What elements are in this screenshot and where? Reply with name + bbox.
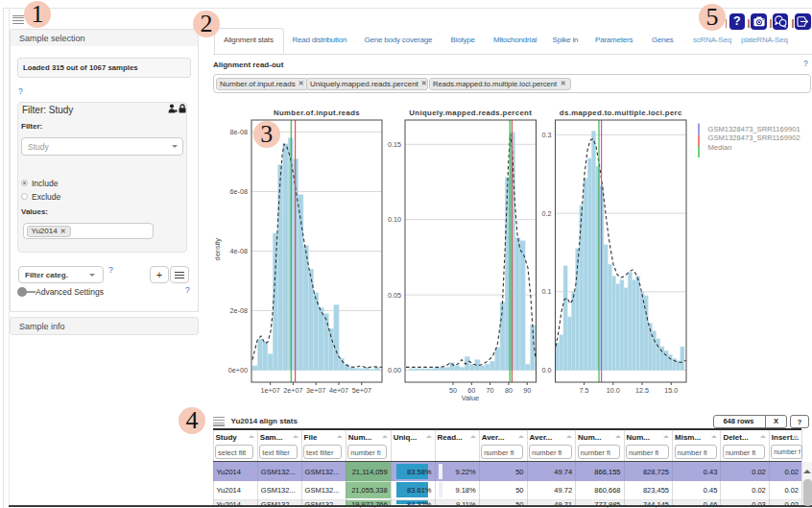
svg-text:Median: Median	[708, 143, 732, 152]
svg-text:0.1: 0.1	[542, 287, 552, 296]
svg-text:70: 70	[487, 386, 494, 395]
svg-text:2e-08: 2e-08	[230, 306, 248, 315]
svg-text:ds.mapped.to.multiple.loci.per: ds.mapped.to.multiple.loci.perc	[560, 109, 682, 117]
svg-text:GSM1328473_SRR1169902: GSM1328473_SRR1169902	[708, 133, 800, 142]
svg-text:0.05: 0.05	[388, 291, 401, 300]
svg-text:12.5: 12.5	[635, 386, 649, 395]
svg-text:6e-08: 6e-08	[230, 187, 248, 196]
svg-text:0.2: 0.2	[542, 209, 552, 218]
svg-text:Number.of.input.reads: Number.of.input.reads	[274, 109, 360, 117]
svg-text:Uniquely.mapped.reads.percent: Uniquely.mapped.reads.percent	[409, 109, 532, 117]
svg-text:0e+00: 0e+00	[228, 366, 248, 375]
svg-text:GSM1328473_SRR1169901: GSM1328473_SRR1169901	[708, 125, 800, 133]
svg-text:Value: Value	[462, 394, 479, 401]
svg-text:4e-08: 4e-08	[230, 247, 248, 255]
svg-text:80: 80	[505, 386, 513, 395]
svg-text:15.0: 15.0	[664, 386, 678, 395]
svg-text:0.10: 0.10	[388, 215, 401, 224]
svg-text:0.00: 0.00	[388, 366, 401, 375]
svg-text:2e+07: 2e+07	[283, 386, 302, 395]
svg-text:4e+07: 4e+07	[329, 386, 348, 395]
svg-text:density: density	[213, 238, 222, 261]
svg-text:1e+07: 1e+07	[261, 386, 280, 395]
svg-text:0.15: 0.15	[388, 140, 401, 149]
svg-text:90: 90	[523, 386, 531, 395]
svg-text:10.0: 10.0	[607, 386, 620, 395]
svg-text:3e+07: 3e+07	[306, 386, 325, 395]
svg-text:0.3: 0.3	[542, 131, 552, 139]
svg-text:5e+07: 5e+07	[352, 386, 371, 395]
svg-text:8e-08: 8e-08	[230, 128, 248, 136]
svg-text:0.0: 0.0	[542, 366, 552, 375]
svg-text:50: 50	[449, 386, 457, 395]
svg-text:7.5: 7.5	[580, 386, 589, 395]
